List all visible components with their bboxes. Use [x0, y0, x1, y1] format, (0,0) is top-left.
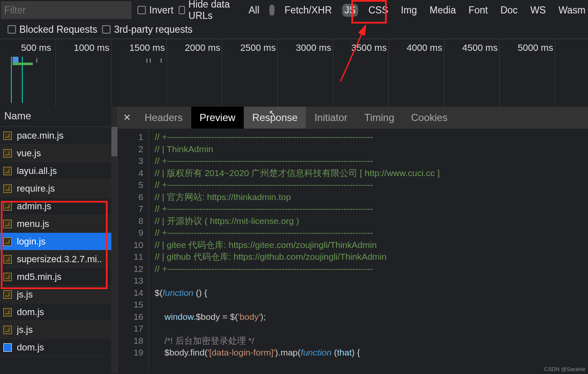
blocked-requests-checkbox[interactable]: Blocked Requests	[8, 24, 97, 35]
request-row[interactable]: js.js	[0, 286, 117, 303]
filter-type-all[interactable]: All	[246, 4, 262, 17]
lower-pane: Name pace.min.jsvue.jslayui.all.jsrequir…	[0, 107, 588, 373]
hide-data-urls-checkbox[interactable]: Hide data URLs	[179, 0, 239, 21]
timeline-tick-label: 3000 ms	[296, 42, 331, 53]
timeline-tick-label: 4000 ms	[407, 42, 442, 53]
column-header-name[interactable]: Name	[0, 107, 117, 127]
request-row[interactable]: dom.js	[0, 303, 117, 321]
scrollbar-thumb[interactable]	[111, 127, 117, 156]
request-list-sidebar: Name pace.min.jsvue.jslayui.all.jsrequir…	[0, 107, 118, 373]
request-row[interactable]: menu.js	[0, 215, 117, 233]
filter-type-img[interactable]: Img	[398, 4, 419, 17]
tab-headers[interactable]: Headers	[136, 107, 191, 129]
js-file-icon	[3, 326, 12, 334]
filter-type-ws[interactable]: WS	[528, 4, 548, 17]
request-name: dom.js	[17, 342, 44, 353]
timeline-tick-label: 500 ms	[21, 42, 51, 53]
invert-checkbox[interactable]: Invert	[137, 5, 174, 16]
separator	[269, 5, 274, 16]
filter-type-fetch[interactable]: Fetch/XHR	[282, 4, 334, 17]
blocked-label: Blocked Requests	[19, 24, 97, 35]
filter-bar-row2: Blocked Requests 3rd-party requests	[0, 20, 588, 39]
filter-input[interactable]	[1, 1, 132, 19]
js-file-icon	[3, 149, 12, 158]
filter-type-wasm[interactable]: Wasm	[556, 4, 588, 17]
js-file-icon	[3, 255, 12, 263]
timeline-tick-label: 3500 ms	[351, 42, 387, 53]
js-file-icon	[3, 202, 12, 211]
js-file-icon	[3, 308, 12, 316]
request-row[interactable]: require.js	[0, 180, 117, 198]
filter-type-js[interactable]: JS	[342, 4, 359, 17]
timeline-tick-label: 4500 ms	[462, 42, 498, 53]
request-name: js.js	[17, 289, 33, 300]
request-name: menu.js	[17, 219, 49, 229]
network-timeline[interactable]: 500 ms1000 ms1500 ms2000 ms2500 ms3000 m…	[0, 39, 588, 107]
third-party-label: 3rd-party requests	[114, 24, 192, 35]
request-row[interactable]: vue.js	[0, 145, 117, 162]
request-name: pace.min.js	[17, 130, 63, 141]
timeline-tick-label: 2000 ms	[185, 42, 220, 53]
js-file-icon	[3, 343, 12, 352]
source-code: // +------------------------------------…	[149, 129, 588, 373]
tab-cookies[interactable]: Cookies	[403, 107, 456, 129]
request-row[interactable]: login.js	[0, 233, 117, 250]
timeline-tick-label: 5000 ms	[518, 42, 553, 53]
filter-type-css[interactable]: CSS	[366, 4, 390, 17]
timeline-tick-label: 1000 ms	[74, 42, 109, 53]
watermark: CSDN @Sarahie	[544, 366, 585, 372]
request-name: supersized.3.2.7.mi..	[17, 254, 102, 265]
js-file-icon	[3, 184, 12, 193]
close-detail-button[interactable]: ✕	[118, 112, 136, 123]
js-file-icon	[3, 237, 12, 246]
hide-data-urls-label: Hide data URLs	[188, 0, 238, 21]
request-name: js.js	[17, 324, 33, 335]
request-name: dom.js	[17, 307, 44, 318]
js-file-icon	[3, 273, 12, 281]
request-row[interactable]: supersized.3.2.7.mi..	[0, 250, 117, 268]
request-row[interactable]: js.js	[0, 321, 117, 339]
js-file-icon	[3, 167, 12, 175]
filter-type-doc[interactable]: Doc	[498, 4, 520, 17]
detail-panel: ✕ Headers Preview Response Initiator Tim…	[118, 107, 588, 373]
tab-response[interactable]: Response	[244, 107, 306, 129]
file-list: pace.min.jsvue.jslayui.all.jsrequire.jsa…	[0, 127, 117, 356]
line-gutter: 12345678910111213141516171819	[118, 129, 149, 373]
tab-initiator[interactable]: Initiator	[306, 107, 356, 129]
filter-bar: Invert Hide data URLs All Fetch/XHR JS C…	[0, 0, 588, 20]
tab-preview[interactable]: Preview	[191, 107, 244, 129]
request-name: vue.js	[17, 148, 41, 159]
timeline-tick-label: 1500 ms	[129, 42, 165, 53]
request-name: md5.min.js	[17, 271, 61, 282]
request-name: require.js	[17, 183, 55, 194]
filter-type-list: All Fetch/XHR JS CSS Img Media Font Doc …	[246, 4, 588, 17]
filter-type-font[interactable]: Font	[466, 4, 490, 17]
tab-timing[interactable]: Timing	[356, 107, 403, 129]
request-row[interactable]: pace.min.js	[0, 127, 117, 145]
third-party-checkbox[interactable]: 3rd-party requests	[102, 24, 192, 35]
request-row[interactable]: admin.js	[0, 198, 117, 215]
request-name: layui.all.js	[17, 166, 57, 176]
filter-type-media[interactable]: Media	[427, 4, 459, 17]
request-name: login.js	[17, 236, 45, 247]
request-row[interactable]: dom.js	[0, 339, 117, 356]
invert-label: Invert	[149, 5, 174, 16]
detail-tabs: ✕ Headers Preview Response Initiator Tim…	[118, 107, 588, 129]
code-preview[interactable]: 12345678910111213141516171819 // +------…	[118, 129, 588, 373]
js-file-icon	[3, 290, 12, 299]
timeline-tick-label: 2500 ms	[240, 42, 276, 53]
js-file-icon	[3, 132, 12, 140]
js-file-icon	[3, 220, 12, 228]
request-row[interactable]: md5.min.js	[0, 268, 117, 286]
request-row[interactable]: layui.all.js	[0, 162, 117, 180]
request-name: admin.js	[17, 201, 51, 212]
